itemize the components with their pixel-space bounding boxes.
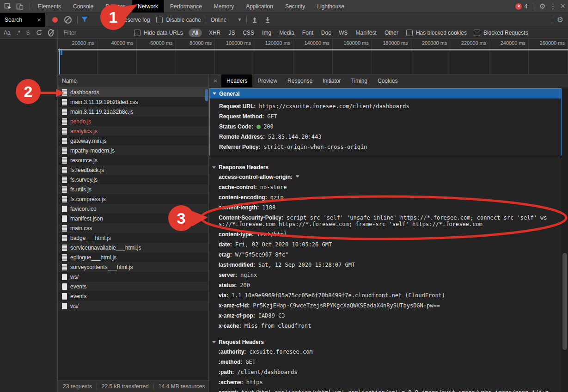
header-row[interactable]: x-cache:Miss from cloudfront [209, 321, 562, 331]
details-tab[interactable]: Cookies [373, 74, 403, 87]
disable-cache-checkbox[interactable]: Disable cache [156, 17, 201, 23]
panel-tab[interactable]: Network [132, 0, 164, 12]
has-blocked-cookies-checkbox[interactable]: Has blocked cookies [406, 30, 467, 36]
checkbox-icon[interactable] [134, 30, 140, 36]
resource-type-filter[interactable]: Img [261, 29, 272, 37]
export-har-icon[interactable] [264, 17, 271, 23]
panel-tab[interactable]: Memory [208, 0, 240, 12]
filter-funnel-icon[interactable] [81, 17, 88, 23]
request-row[interactable]: events [58, 282, 208, 291]
request-row[interactable]: ws/ [58, 301, 208, 311]
request-row[interactable]: epilogue___html.js [58, 252, 208, 262]
header-row[interactable]: :authority:cxsuite.foresee.com [209, 347, 562, 357]
details-tab[interactable]: Initiator [318, 74, 346, 87]
header-row[interactable]: :scheme:https [209, 377, 562, 387]
network-overview-timeline[interactable]: 20000 ms 40000 ms 60000 ms 80000 ms 1000… [58, 39, 568, 74]
more-menu-icon[interactable]: ⋮ [549, 2, 556, 11]
request-row[interactable]: events [58, 291, 208, 301]
resource-type-filter[interactable]: Font [301, 29, 314, 37]
checkbox-icon[interactable] [474, 30, 480, 36]
request-row[interactable]: manifest.json [58, 214, 208, 223]
request-row[interactable]: main.3.11.19.21a32b8c.js [58, 107, 208, 116]
clear-search-icon[interactable] [48, 29, 54, 37]
hide-data-urls-checkbox[interactable]: Hide data URLs [134, 30, 183, 36]
details-scrollbar-track[interactable] [562, 87, 568, 392]
close-search-icon[interactable]: × [37, 16, 41, 24]
resource-type-filter[interactable]: JS [227, 29, 236, 37]
blocked-requests-checkbox[interactable]: Blocked Requests [474, 30, 528, 36]
request-row[interactable]: serviceunavailable___html.js [58, 243, 208, 252]
clear-network-log-icon[interactable] [64, 16, 72, 24]
request-list-header[interactable]: Name [58, 74, 208, 87]
device-toolbar-icon[interactable] [14, 0, 26, 12]
panel-tab[interactable]: Elements [32, 0, 67, 12]
record-network-log-icon[interactable] [52, 17, 58, 23]
panel-tab[interactable]: Application [240, 0, 279, 12]
request-row[interactable]: gateway.min.js [58, 136, 208, 146]
header-row[interactable]: :path:/client/dashboards [209, 367, 562, 377]
header-row[interactable]: cache-control:no-store [209, 182, 562, 192]
section-response-headers-header[interactable]: Response Headers [209, 163, 562, 172]
name-column-header[interactable]: Name [62, 78, 77, 84]
refresh-icon[interactable] [36, 30, 42, 36]
request-row[interactable]: main.css [58, 223, 208, 233]
details-tab[interactable]: Response [282, 74, 318, 87]
request-row[interactable]: main.3.11.19.19b28ded.css [58, 97, 208, 107]
import-har-icon[interactable] [251, 17, 258, 23]
request-row[interactable]: dashboards [58, 87, 208, 97]
checkbox-icon[interactable] [406, 30, 413, 36]
search-scope-icon[interactable]: S [26, 30, 30, 36]
request-row[interactable]: pendo.js [58, 116, 208, 126]
overview-left-handle[interactable] [59, 49, 60, 74]
header-row[interactable]: content-encoding:gzip [209, 192, 562, 202]
header-row[interactable]: Request URL:https://cxsuite.foresee.com/… [210, 101, 561, 111]
panel-tab[interactable]: Performance [164, 0, 208, 12]
header-row[interactable]: :method:GET [209, 357, 562, 367]
match-case-icon[interactable]: Aa [4, 30, 11, 36]
resource-type-filter[interactable]: CSS [242, 29, 255, 37]
resource-type-filter[interactable]: Doc [320, 29, 332, 37]
header-row[interactable]: Content-Security-Policy:script-src 'self… [209, 213, 562, 229]
close-devtools-icon[interactable]: × [560, 1, 565, 11]
header-row[interactable]: etag:W/"5f5ce907-8fc" [209, 250, 562, 260]
header-row[interactable]: content-type:text/html [209, 229, 562, 239]
details-scrollbar-thumb[interactable] [562, 253, 567, 350]
section-general-header[interactable]: General [210, 89, 561, 98]
header-row[interactable]: via:1.1 10a9e9969f05a75cc05e6f70b8499f7e… [209, 290, 562, 300]
resource-type-filter[interactable]: Media [278, 29, 295, 37]
request-row[interactable]: badge___html.js [58, 233, 208, 243]
request-row[interactable]: surveycontents___html.js [58, 262, 208, 272]
inspect-element-icon[interactable] [2, 0, 14, 12]
header-row[interactable]: x-amz-cf-id:Pr5KzjEHap-C9wceTzejsRPYKgcX… [209, 300, 562, 311]
request-row[interactable]: fs.utils.js [58, 184, 208, 194]
network-settings-gear-icon[interactable]: ⚙ [557, 15, 563, 24]
header-row[interactable]: Status Code:200 [210, 122, 561, 132]
error-count-badge[interactable]: × 4 [515, 3, 527, 10]
request-row[interactable]: fs.survey.js [58, 175, 208, 184]
preserve-log-checkbox[interactable]: Preserve log [109, 17, 150, 23]
request-row[interactable]: favicon.ico [58, 204, 208, 214]
resource-type-filter[interactable]: Other [384, 29, 399, 37]
panel-tab[interactable]: Console [67, 0, 99, 12]
header-row[interactable]: last-modified:Sat, 12 Sep 2020 15:28:07 … [209, 260, 562, 270]
request-row[interactable]: ws/ [58, 272, 208, 282]
header-row[interactable]: Request Method:GET [210, 111, 561, 122]
resource-type-filter[interactable]: All [189, 29, 202, 37]
panel-tab[interactable]: Security [279, 0, 311, 12]
checkbox-icon[interactable] [156, 17, 163, 23]
request-row[interactable]: fs.compress.js [58, 194, 208, 204]
filter-input[interactable] [63, 29, 134, 37]
request-row[interactable]: mpathy-modern.js [58, 146, 208, 155]
details-tab[interactable]: Preview [252, 74, 282, 87]
resource-type-filter[interactable]: Manifest [355, 29, 378, 37]
request-list-scrollbar[interactable] [205, 89, 208, 101]
details-tab[interactable]: Headers [221, 74, 252, 87]
header-row[interactable]: status:200 [209, 280, 562, 290]
section-request-headers-header[interactable]: Request Headers [209, 337, 562, 347]
request-row[interactable]: fs.feedback.js [58, 165, 208, 175]
header-row[interactable]: content-length:1188 [209, 202, 562, 213]
resource-type-filter[interactable]: XHR [208, 29, 221, 37]
details-tab[interactable]: Timing [346, 74, 373, 87]
checkbox-icon[interactable] [109, 17, 116, 23]
throttling-dropdown[interactable]: Online ▼ [211, 17, 242, 23]
